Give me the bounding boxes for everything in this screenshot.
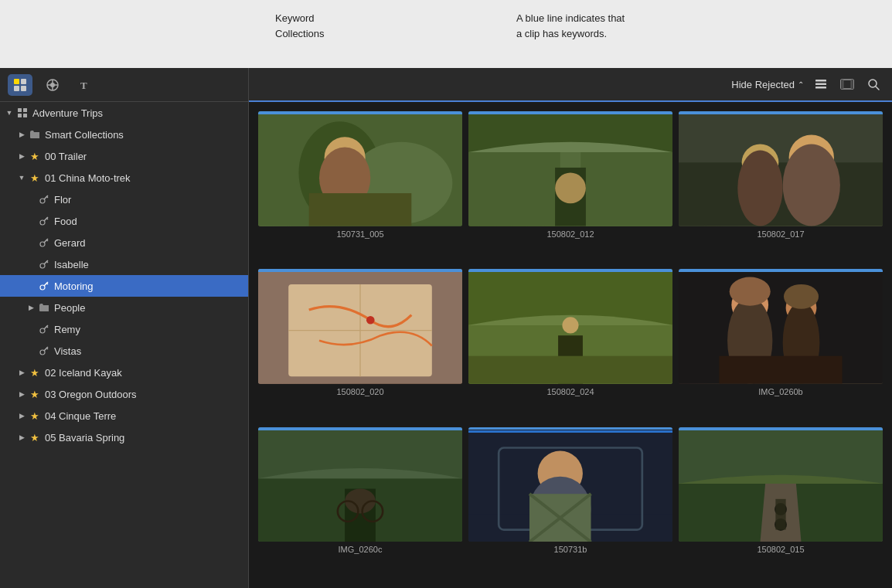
keyword-blue-line xyxy=(679,427,883,430)
sidebar-item-label: People xyxy=(54,302,242,314)
sidebar-item-01-china-moto-trek[interactable]: ★ 01 China Moto-trek xyxy=(0,167,248,189)
sidebar-item-label: Vistas xyxy=(54,345,242,357)
clip-item[interactable]: 150731_005 xyxy=(258,111,462,263)
svg-point-28 xyxy=(40,328,45,333)
music-icon[interactable] xyxy=(40,74,65,96)
svg-text:T: T xyxy=(80,80,87,91)
hide-rejected-label: Hide Rejected xyxy=(731,79,795,90)
app-container: KeywordCollections A blue line indicates… xyxy=(0,0,892,588)
arrow-icon xyxy=(15,150,28,162)
keyword-icon xyxy=(37,279,51,293)
clip-thumbnail xyxy=(679,111,883,226)
sidebar-item-vistas[interactable]: Vistas xyxy=(0,340,248,362)
clip-item[interactable]: 150802_012 xyxy=(468,111,672,263)
clip-label: IMG_0260c xyxy=(258,545,462,554)
sidebar-item-label: 05 Bavaria Spring xyxy=(45,432,242,444)
sidebar-item-people[interactable]: People xyxy=(0,297,248,318)
clip-label: 150802_012 xyxy=(468,229,672,239)
svg-point-31 xyxy=(40,350,45,355)
keyword-icon xyxy=(37,344,51,358)
svg-point-59 xyxy=(737,150,782,226)
hide-rejected-button[interactable]: Hide Rejected ⌃ xyxy=(731,79,804,90)
sidebar-toolbar: T xyxy=(0,68,248,102)
keyword-blue-line xyxy=(679,111,883,114)
arrow-icon xyxy=(15,410,28,422)
sidebar-item-motoring[interactable]: Motoring xyxy=(0,275,248,297)
arrow-icon xyxy=(15,366,28,379)
clips-grid: 150731_005 xyxy=(249,102,892,588)
keyword-icon xyxy=(37,236,51,250)
star-icon: ★ xyxy=(28,149,42,163)
svg-point-53 xyxy=(555,173,586,204)
keyword-blue-line xyxy=(468,269,672,272)
sidebar-item-isabelle[interactable]: Isabelle xyxy=(0,253,248,275)
arrow-icon xyxy=(25,301,37,314)
main-content: T Adventur xyxy=(0,68,892,588)
sidebar-item-label: 00 Trailer xyxy=(45,151,242,162)
svg-rect-69 xyxy=(468,356,672,384)
star-icon: ★ xyxy=(28,430,42,444)
folder-icon xyxy=(37,301,51,314)
sidebar-item-label: Smart Collections xyxy=(45,129,242,141)
filmstrip-view-button[interactable] xyxy=(838,75,856,93)
titles-icon[interactable]: T xyxy=(73,74,97,96)
list-view-button[interactable] xyxy=(812,75,830,93)
sidebar-item-flor[interactable]: Flor xyxy=(0,189,248,210)
blue-line-annotation: A blue line indicates thata clip has key… xyxy=(504,3,637,49)
library-icon[interactable] xyxy=(8,74,32,96)
clip-thumbnail xyxy=(258,427,462,542)
svg-point-25 xyxy=(40,285,45,290)
svg-rect-36 xyxy=(815,87,826,89)
clip-item[interactable]: IMG_0260c xyxy=(258,427,462,579)
svg-rect-35 xyxy=(815,83,826,86)
svg-rect-11 xyxy=(18,114,22,117)
star-icon: ★ xyxy=(28,409,42,423)
keyword-blue-line xyxy=(468,427,672,433)
folder-icon xyxy=(28,127,42,141)
sidebar-item-label: Gerard xyxy=(54,237,242,249)
sidebar-item-00-trailer[interactable]: ★ 00 Trailer xyxy=(0,145,248,167)
clip-label: 150731_005 xyxy=(258,229,462,239)
clip-label: 150731b xyxy=(468,545,672,554)
svg-point-64 xyxy=(366,316,375,325)
sidebar-item-gerard[interactable]: Gerard xyxy=(0,232,248,253)
sidebar-item-food[interactable]: Food xyxy=(0,210,248,232)
clip-item[interactable]: 150802_017 xyxy=(679,111,883,263)
star-icon: ★ xyxy=(28,365,42,379)
svg-point-13 xyxy=(40,199,45,203)
sidebar-item-label: 04 Cinque Terre xyxy=(45,410,242,422)
clip-item[interactable]: IMG_0260b xyxy=(679,269,883,420)
sidebar-item-05-bavaria-spring[interactable]: ★ 05 Bavaria Spring xyxy=(0,427,248,448)
sidebar-item-03-oregon-outdoors[interactable]: ★ 03 Oregon Outdoors xyxy=(0,383,248,405)
sidebar-item-smart-collections[interactable]: Smart Collections xyxy=(0,124,248,145)
keyword-blue-line xyxy=(258,427,462,430)
arrow-placeholder xyxy=(25,193,37,206)
keyword-icon xyxy=(37,214,51,228)
svg-point-76 xyxy=(730,277,771,306)
svg-point-19 xyxy=(40,242,45,246)
svg-rect-75 xyxy=(719,356,842,384)
clip-item[interactable]: 150802_015 xyxy=(679,427,883,579)
keyword-blue-line xyxy=(468,111,672,114)
sidebar-item-04-cinque-terre[interactable]: ★ 04 Cinque Terre xyxy=(0,405,248,427)
clip-item[interactable]: 150802_020 xyxy=(258,269,462,420)
svg-point-57 xyxy=(783,144,840,226)
sidebar-item-label: 01 China Moto-trek xyxy=(45,172,242,184)
grid-icon xyxy=(15,106,29,120)
sidebar-item-label: Motoring xyxy=(54,280,242,292)
clip-item[interactable]: 150802_024 xyxy=(468,269,672,420)
sidebar-item-label: Food xyxy=(54,216,242,227)
ann-left xyxy=(0,0,249,68)
sidebar-item-02-iceland-kayak[interactable]: ★ 02 Iceland Kayak xyxy=(0,362,248,383)
sidebar-item-adventure-trips[interactable]: Adventure Trips xyxy=(0,102,248,124)
clip-label: 150802_017 xyxy=(679,229,883,239)
clip-thumbnail xyxy=(468,111,672,226)
search-button[interactable] xyxy=(864,75,883,93)
sidebar: T Adventur xyxy=(0,68,249,588)
sidebar-tree: Adventure Trips Smart Collections xyxy=(0,102,248,588)
sidebar-item-remy[interactable]: Remy xyxy=(0,318,248,340)
annotation-area: KeywordCollections A blue line indicates… xyxy=(0,0,892,68)
clip-label: 150802_020 xyxy=(258,387,462,396)
clip-item[interactable]: 150731b xyxy=(468,427,672,579)
star-icon: ★ xyxy=(28,171,42,185)
